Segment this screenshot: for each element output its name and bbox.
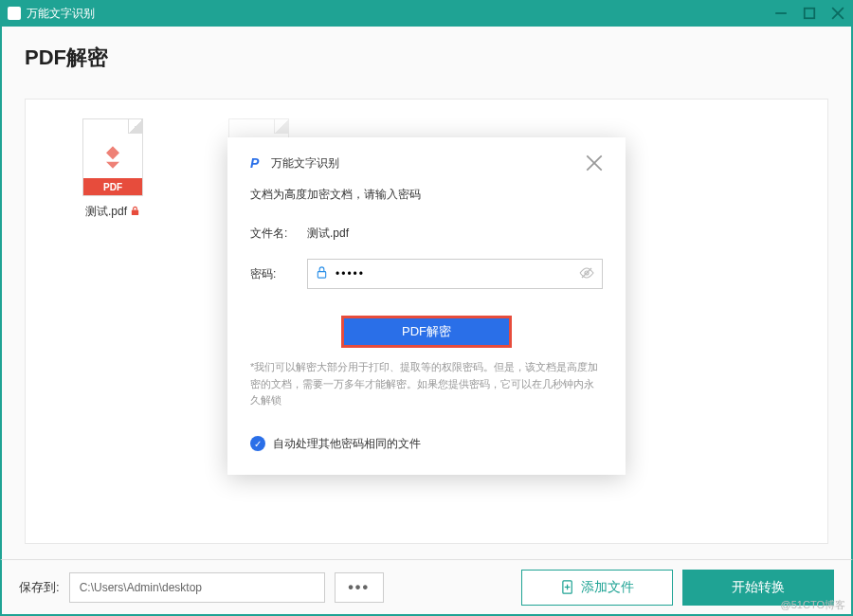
- password-dialog: P 万能文字识别 文档为高度加密文档，请输入密码 文件名: 测试.pdf 密码:: [227, 137, 626, 475]
- password-row: 密码:: [250, 259, 603, 289]
- filename-row: 文件名: 测试.pdf: [250, 226, 603, 242]
- filename-label: 文件名:: [250, 226, 307, 242]
- dialog-note: *我们可以解密大部分用于打印、提取等的权限密码。但是，该文档是高度加密的文档，需…: [250, 359, 603, 409]
- checkbox-checked-icon[interactable]: ✓: [250, 436, 265, 451]
- dialog-close-button[interactable]: [586, 154, 603, 172]
- dialog-message: 文档为高度加密文档，请输入密码: [250, 187, 603, 203]
- password-input-wrap[interactable]: [307, 259, 603, 289]
- watermark: @51CTO博客: [781, 598, 845, 612]
- dialog-title: 万能文字识别: [271, 155, 339, 172]
- auto-process-label: 自动处理其他密码相同的文件: [273, 436, 421, 452]
- auto-process-row[interactable]: ✓ 自动处理其他密码相同的文件: [250, 436, 603, 452]
- lock-icon: [316, 266, 328, 281]
- modal-overlay: P 万能文字识别 文档为高度加密文档，请输入密码 文件名: 测试.pdf 密码:: [0, 0, 853, 616]
- dialog-app-icon: P: [250, 155, 265, 171]
- password-input[interactable]: [336, 267, 572, 281]
- eye-icon[interactable]: [579, 265, 594, 283]
- svg-rect-10: [318, 272, 325, 279]
- password-label: 密码:: [250, 266, 307, 282]
- decrypt-button[interactable]: PDF解密: [341, 316, 512, 348]
- filename-value: 测试.pdf: [307, 226, 349, 242]
